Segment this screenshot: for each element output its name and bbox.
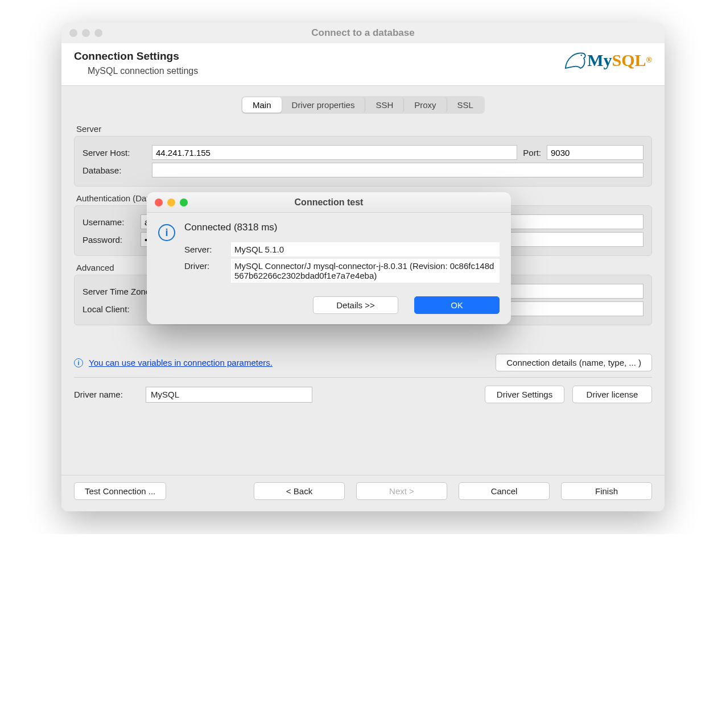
password-label: Password: <box>82 235 135 245</box>
wizard-footer: Test Connection ... < Back Next > Cancel… <box>61 475 665 511</box>
tabbar: Main Driver properties SSH Proxy SSL <box>74 96 652 114</box>
finish-button[interactable]: Finish <box>561 482 652 500</box>
tab-main[interactable]: Main <box>242 97 282 113</box>
ok-button[interactable]: OK <box>414 296 500 314</box>
svg-point-0 <box>581 55 582 56</box>
driver-settings-button[interactable]: Driver Settings <box>485 386 564 403</box>
dialog-title: Connection test <box>147 197 511 208</box>
test-connection-button[interactable]: Test Connection ... <box>74 482 166 500</box>
port-input[interactable] <box>547 145 644 160</box>
next-button: Next > <box>356 482 447 500</box>
server-host-label: Server Host: <box>82 148 146 158</box>
main-titlebar: Connect to a database <box>61 23 665 43</box>
username-label: Username: <box>82 217 135 227</box>
dialog-driver-label: Driver: <box>184 259 224 271</box>
connection-details-button[interactable]: Connection details (name, type, ... ) <box>496 354 652 371</box>
server-section-label: Server <box>76 124 652 134</box>
dialog-driver-value: MySQL Connector/J mysql-connector-j-8.0.… <box>231 259 500 283</box>
header: Connection Settings MySQL connection set… <box>61 43 665 86</box>
tab-ssl[interactable]: SSL <box>447 97 484 113</box>
info-icon: i <box>74 358 83 367</box>
variables-hint-link[interactable]: You can use variables in connection para… <box>89 358 273 367</box>
database-input[interactable] <box>152 163 644 177</box>
back-button[interactable]: < Back <box>254 482 345 500</box>
database-label: Database: <box>82 166 146 175</box>
driver-name-value: MySQL <box>146 387 312 403</box>
tab-driver-properties[interactable]: Driver properties <box>282 97 366 113</box>
tab-ssh[interactable]: SSH <box>365 97 404 113</box>
driver-name-label: Driver name: <box>74 390 138 399</box>
tab-proxy[interactable]: Proxy <box>404 97 447 113</box>
driver-license-button[interactable]: Driver license <box>572 386 652 403</box>
dialog-info-icon: i <box>158 224 175 241</box>
port-label: Port: <box>523 148 541 158</box>
dialog-server-label: Server: <box>184 242 224 254</box>
dialog-server-value: MySQL 5.1.0 <box>231 242 500 257</box>
server-host-input[interactable] <box>152 145 517 160</box>
window-title: Connect to a database <box>61 27 665 39</box>
server-group: Server Host: Port: Database: <box>74 136 652 187</box>
dolphin-icon <box>562 49 587 72</box>
mysql-logo: MySQL® <box>562 49 652 72</box>
details-button[interactable]: Details >> <box>313 296 398 314</box>
dialog-message: Connected (8318 ms) <box>184 222 500 233</box>
connection-test-dialog: Connection test i Connected (8318 ms) Se… <box>147 192 511 324</box>
cancel-button[interactable]: Cancel <box>459 482 550 500</box>
